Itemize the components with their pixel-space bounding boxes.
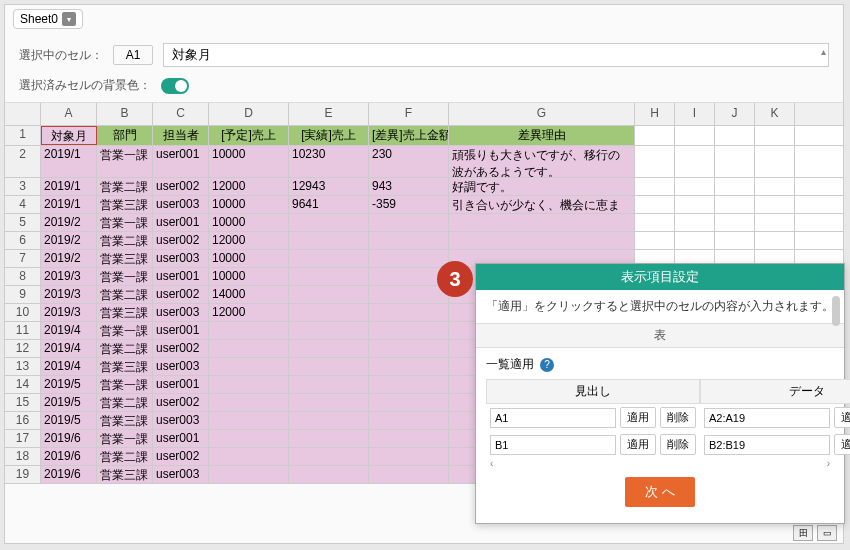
cell[interactable]: 10000	[209, 196, 289, 213]
row-header[interactable]: 3	[5, 178, 41, 195]
cell[interactable]: user003	[153, 466, 209, 483]
row-header[interactable]: 6	[5, 232, 41, 249]
cell[interactable]: 2019/6	[41, 466, 97, 483]
status-button-2[interactable]: ▭	[817, 525, 837, 541]
cell[interactable]	[289, 430, 369, 447]
cell[interactable]	[209, 376, 289, 393]
cell[interactable]	[209, 448, 289, 465]
cell[interactable]: 営業三課	[97, 466, 153, 483]
cell[interactable]	[675, 214, 715, 231]
cell[interactable]	[755, 146, 795, 177]
cell[interactable]: 引き合いが少なく、機会に恵まれません	[449, 196, 635, 213]
cell[interactable]: 2019/6	[41, 448, 97, 465]
row-header[interactable]: 8	[5, 268, 41, 285]
select-all-corner[interactable]	[5, 103, 41, 125]
row-header[interactable]: 11	[5, 322, 41, 339]
cell[interactable]: 営業三課	[97, 250, 153, 267]
row-header[interactable]: 13	[5, 358, 41, 375]
cell[interactable]: 営業二課	[97, 340, 153, 357]
cell[interactable]: 営業三課	[97, 304, 153, 321]
cell[interactable]	[635, 214, 675, 231]
cell[interactable]: 2019/2	[41, 232, 97, 249]
cell[interactable]: 10000	[209, 250, 289, 267]
cell[interactable]	[289, 250, 369, 267]
cell[interactable]	[755, 214, 795, 231]
cell[interactable]: 対象月	[41, 126, 97, 145]
cell[interactable]	[209, 394, 289, 411]
row-header[interactable]: 10	[5, 304, 41, 321]
cell[interactable]: 2019/1	[41, 178, 97, 195]
cell[interactable]	[369, 232, 449, 249]
data-input[interactable]	[704, 408, 830, 428]
heading-input[interactable]	[490, 435, 616, 455]
cell[interactable]	[369, 376, 449, 393]
cell[interactable]	[369, 340, 449, 357]
status-button-1[interactable]: 田	[793, 525, 813, 541]
cell[interactable]	[369, 412, 449, 429]
heading-input[interactable]	[490, 408, 616, 428]
cell[interactable]: user001	[153, 322, 209, 339]
row-header[interactable]: 2	[5, 146, 41, 177]
dialog-scrollbar[interactable]	[830, 294, 842, 521]
cell[interactable]	[675, 146, 715, 177]
cell[interactable]	[369, 448, 449, 465]
cell[interactable]: 営業二課	[97, 286, 153, 303]
cell[interactable]: 2019/6	[41, 430, 97, 447]
cell[interactable]: 2019/1	[41, 146, 97, 177]
cell[interactable]: 部門	[97, 126, 153, 145]
cell[interactable]	[289, 268, 369, 285]
cell[interactable]: user002	[153, 286, 209, 303]
bg-color-toggle[interactable]	[161, 78, 189, 94]
cell[interactable]: 2019/2	[41, 250, 97, 267]
sheet-tab[interactable]: Sheet0 ▾	[13, 9, 83, 29]
next-button[interactable]: 次 へ	[625, 477, 695, 507]
cell[interactable]: [予定]売上	[209, 126, 289, 145]
column-header[interactable]: E	[289, 103, 369, 125]
cell[interactable]	[635, 196, 675, 213]
cell[interactable]: user002	[153, 448, 209, 465]
cell[interactable]: user001	[153, 146, 209, 177]
row-header[interactable]: 12	[5, 340, 41, 357]
caret-up-icon[interactable]: ▴	[821, 46, 826, 57]
cell[interactable]	[675, 232, 715, 249]
row-header[interactable]: 17	[5, 430, 41, 447]
cell[interactable]	[755, 232, 795, 249]
row-header[interactable]: 16	[5, 412, 41, 429]
apply-button[interactable]: 適用	[620, 434, 656, 455]
cell[interactable]: 9641	[289, 196, 369, 213]
cell[interactable]: 2019/4	[41, 358, 97, 375]
cell[interactable]: user003	[153, 304, 209, 321]
cell[interactable]: 230	[369, 146, 449, 177]
cell[interactable]: 営業三課	[97, 196, 153, 213]
help-icon[interactable]: ?	[540, 358, 554, 372]
cell[interactable]	[369, 322, 449, 339]
cell[interactable]	[369, 304, 449, 321]
cell[interactable]	[715, 126, 755, 145]
cell[interactable]: 943	[369, 178, 449, 195]
cell[interactable]: user003	[153, 196, 209, 213]
cell[interactable]: 営業二課	[97, 232, 153, 249]
row-header[interactable]: 4	[5, 196, 41, 213]
chevron-down-icon[interactable]: ▾	[62, 12, 76, 26]
cell[interactable]	[289, 340, 369, 357]
cell[interactable]: 2019/5	[41, 412, 97, 429]
cell[interactable]	[289, 466, 369, 483]
row-header[interactable]: 15	[5, 394, 41, 411]
cell[interactable]: 2019/3	[41, 286, 97, 303]
delete-button[interactable]: 削除	[660, 434, 696, 455]
cell[interactable]	[209, 430, 289, 447]
row-header[interactable]: 1	[5, 126, 41, 145]
column-header[interactable]: D	[209, 103, 289, 125]
cell[interactable]	[209, 466, 289, 483]
row-header[interactable]: 14	[5, 376, 41, 393]
cell[interactable]	[715, 196, 755, 213]
cell[interactable]: 2019/5	[41, 376, 97, 393]
cell[interactable]	[449, 214, 635, 231]
cell[interactable]: [差異]売上金額	[369, 126, 449, 145]
cell[interactable]: 営業一課	[97, 146, 153, 177]
cell[interactable]	[209, 412, 289, 429]
cell[interactable]: user001	[153, 268, 209, 285]
column-header[interactable]: B	[97, 103, 153, 125]
cell[interactable]: 差異理由	[449, 126, 635, 145]
cell[interactable]: user003	[153, 412, 209, 429]
